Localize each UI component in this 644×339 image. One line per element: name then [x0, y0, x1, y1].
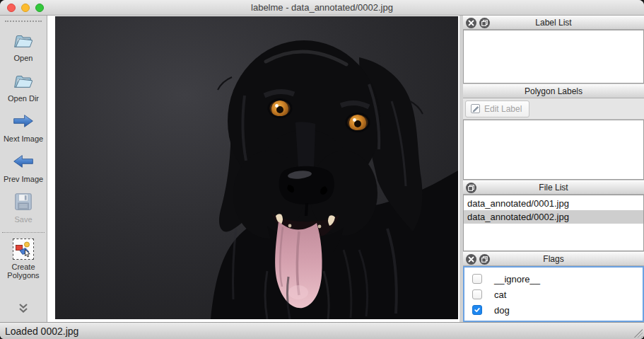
flags-dock-title: Flags [463, 254, 644, 264]
open-button-label: Open [2, 54, 45, 62]
polygon-labels-list[interactable] [463, 120, 644, 180]
traffic-lights [7, 0, 44, 16]
flag-row-cat[interactable]: cat [464, 287, 643, 302]
close-icon [468, 256, 474, 263]
file-list-dock-title: File List [463, 183, 644, 193]
file-list-float-button[interactable] [466, 183, 476, 193]
zoom-window-button[interactable] [35, 4, 44, 12]
float-icon [481, 256, 488, 263]
file-list-item[interactable]: data_annotated/0001.jpg [464, 197, 643, 210]
flag-checkbox-ignore[interactable] [472, 274, 482, 284]
create-polygons-icon [13, 239, 34, 260]
save-floppy-icon [13, 191, 34, 212]
float-icon [468, 185, 474, 191]
minimize-window-button[interactable] [21, 4, 30, 12]
open-folder-icon [13, 30, 34, 51]
close-window-button[interactable] [7, 4, 16, 12]
label-list[interactable] [463, 30, 644, 84]
file-list: data_annotated/0001.jpg data_annotated/0… [463, 195, 644, 251]
next-image-button-label: Next Image [2, 134, 45, 143]
status-message: Loaded 0002.jpg [0, 326, 78, 337]
label-list-dock-title: Label List [463, 18, 644, 28]
polygon-labels-toolbar: Edit Label [463, 98, 644, 120]
canvas-image[interactable] [55, 16, 458, 319]
flag-row-dog[interactable]: dog [464, 302, 643, 318]
file-list-dock-titlebar[interactable]: File List [463, 180, 644, 195]
flag-checkbox-dog[interactable] [472, 305, 482, 315]
polygon-labels-dock-title: Polygon Labels [463, 86, 644, 96]
resize-grip[interactable] [634, 329, 643, 338]
flag-row-ignore[interactable]: __ignore__ [464, 271, 643, 287]
edit-label-button-label: Edit Label [484, 104, 522, 114]
flag-label: dog [494, 305, 510, 316]
float-icon [481, 20, 488, 26]
flag-label: __ignore__ [494, 274, 540, 285]
next-image-button[interactable]: Next Image [2, 110, 45, 143]
file-list-item-selected[interactable]: data_annotated/0002.jpg [464, 210, 643, 224]
label-list-float-button[interactable] [479, 18, 490, 28]
status-bar: Loaded 0002.jpg [0, 322, 644, 339]
toolbar: Open Open Dir [0, 16, 47, 322]
arrow-right-icon [13, 110, 34, 132]
prev-image-button[interactable]: Prev Image [2, 151, 45, 183]
open-button[interactable]: Open [2, 30, 45, 62]
flags-float-button[interactable] [479, 254, 490, 265]
label-list-dock-titlebar[interactable]: Label List [463, 16, 644, 30]
save-button-label: Save [2, 215, 45, 224]
save-button[interactable]: Save [2, 191, 45, 224]
open-dir-icon [13, 70, 34, 91]
create-polygons-button-label: Create Polygons [2, 263, 45, 280]
window-title: labelme - data_annotated/0002.jpg [0, 2, 644, 13]
arrow-left-icon [13, 151, 34, 172]
double-chevron-down-icon [18, 303, 29, 314]
toolbar-drag-handle[interactable] [5, 21, 42, 22]
flags-dock-titlebar[interactable]: Flags [463, 252, 644, 266]
open-dir-button[interactable]: Open Dir [2, 70, 45, 103]
edit-label-button[interactable]: Edit Label [465, 100, 529, 117]
toolbar-overflow-button[interactable] [18, 303, 29, 316]
close-icon [468, 20, 474, 26]
flags-list: __ignore__ cat dog [463, 266, 644, 322]
canvas-area[interactable] [47, 16, 459, 322]
create-polygons-button[interactable]: Create Polygons [2, 239, 45, 280]
label-list-close-button[interactable] [466, 18, 476, 28]
prev-image-button-label: Prev Image [2, 175, 45, 183]
polygon-labels-dock-titlebar[interactable]: Polygon Labels [463, 84, 644, 98]
flag-label: cat [494, 289, 506, 300]
edit-pencil-icon [470, 103, 481, 114]
flag-checkbox-cat[interactable] [472, 289, 482, 299]
toolbar-separator [2, 232, 45, 233]
open-dir-button-label: Open Dir [2, 94, 45, 103]
dock-panel: Label List Polygon Labels Edit Label [463, 16, 644, 322]
window-titlebar[interactable]: labelme - data_annotated/0002.jpg [0, 0, 644, 16]
labelme-window: labelme - data_annotated/0002.jpg Open [0, 0, 644, 339]
checkmark-icon [474, 306, 481, 314]
flags-close-button[interactable] [466, 254, 476, 265]
